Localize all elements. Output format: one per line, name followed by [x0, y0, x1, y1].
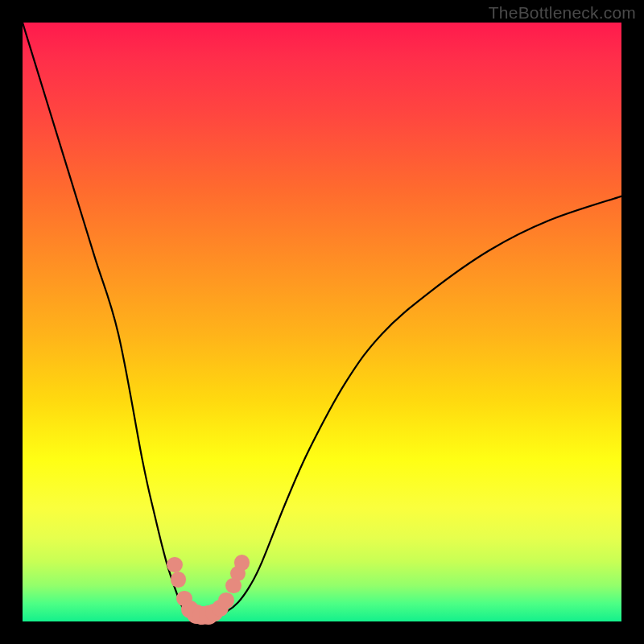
curve-svg: [23, 23, 621, 621]
chart-frame: TheBottleneck.com: [0, 0, 644, 644]
curve-marker: [167, 557, 182, 572]
curve-marker: [171, 572, 186, 587]
bottleneck-curve: [23, 23, 621, 619]
watermark-text: TheBottleneck.com: [489, 3, 636, 23]
curve-marker: [218, 592, 233, 608]
curve-marker: [234, 555, 250, 570]
plot-area: [23, 23, 621, 621]
